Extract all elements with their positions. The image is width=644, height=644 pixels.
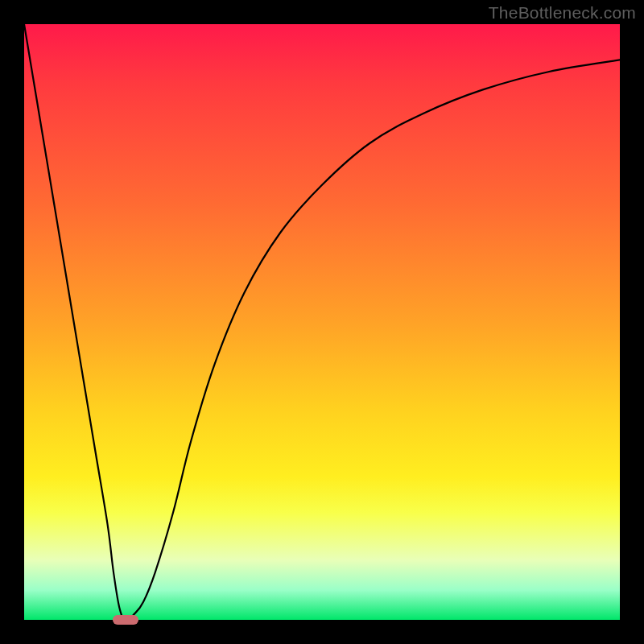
ideal-zone-marker [113,615,138,625]
chart-frame: TheBottleneck.com [0,0,644,644]
watermark: TheBottleneck.com [489,3,636,23]
plot-area [24,24,620,620]
bottleneck-curve [24,24,620,620]
